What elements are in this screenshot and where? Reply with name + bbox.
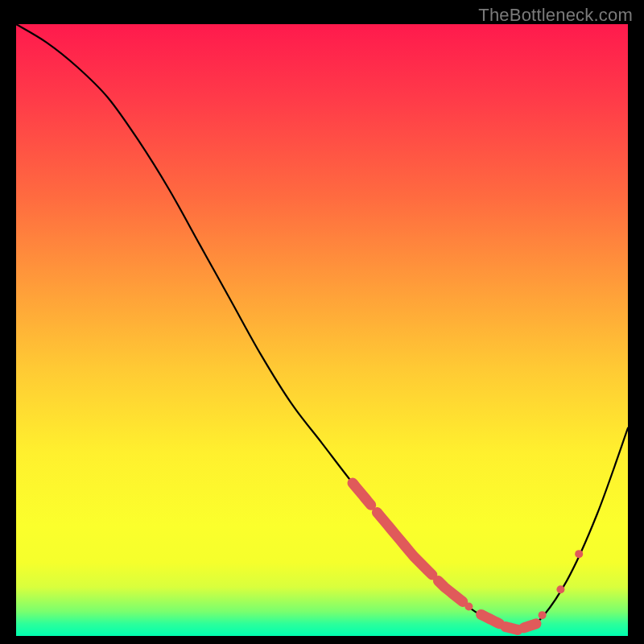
watermark-text: TheBottleneck.com bbox=[478, 5, 633, 26]
highlight-dot bbox=[556, 585, 564, 593]
chart-svg bbox=[16, 24, 628, 636]
highlight-dot bbox=[464, 603, 473, 611]
chart-plot-area bbox=[16, 24, 628, 636]
highlight-segment bbox=[438, 581, 462, 602]
highlight-segment bbox=[353, 483, 371, 505]
highlight-dot bbox=[361, 493, 369, 502]
highlight-segment bbox=[481, 614, 500, 623]
curve-highlight-blobs bbox=[353, 483, 536, 630]
highlight-segment bbox=[506, 627, 518, 630]
highlight-dot bbox=[349, 479, 357, 487]
highlight-dot bbox=[575, 550, 583, 558]
highlight-segment bbox=[524, 624, 536, 628]
bottleneck-curve bbox=[16, 24, 628, 630]
highlight-segment bbox=[377, 512, 431, 575]
highlight-dot bbox=[539, 611, 547, 619]
